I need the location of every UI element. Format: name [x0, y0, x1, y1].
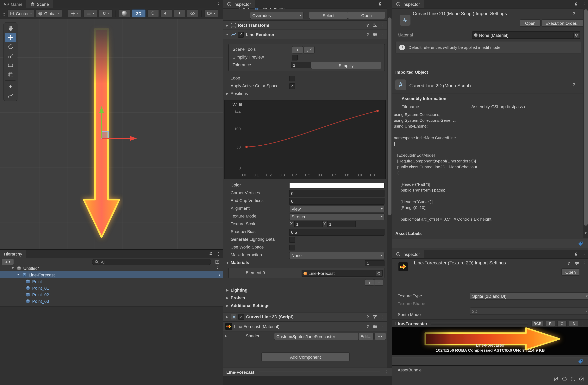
additional-settings-foldout-row[interactable]: ▶ Additional Settings: [223, 302, 387, 310]
color-gradient-field[interactable]: [289, 183, 384, 189]
hierarchy-row-child[interactable]: Point: [0, 278, 223, 285]
tool-settings-dropdown[interactable]: ▾: [68, 9, 82, 18]
materials-count-field[interactable]: 1: [365, 260, 384, 266]
channel-g-button[interactable]: G: [557, 321, 567, 327]
tab-scene[interactable]: Scene: [26, 0, 53, 8]
asset-label-tag-icon[interactable]: [578, 359, 583, 364]
add-material-button[interactable]: +: [365, 279, 374, 286]
scene-canvas[interactable]: +: [0, 19, 223, 249]
tolerance-field[interactable]: 1: [291, 62, 311, 68]
foldout-icon[interactable]: ▶: [226, 288, 230, 292]
shadow-bias-field[interactable]: 0.5: [289, 229, 384, 236]
hierarchy-search-input[interactable]: All: [92, 259, 211, 265]
channel-rgb-button[interactable]: RGB: [532, 321, 544, 327]
remove-material-button[interactable]: −: [374, 279, 383, 286]
move-tool-button[interactable]: [5, 33, 16, 42]
corner-vertices-field[interactable]: 0: [289, 190, 384, 197]
console-status-icon[interactable]: [579, 376, 585, 382]
presets-icon[interactable]: [373, 32, 377, 37]
shader-menu-button[interactable]: ≡▾: [375, 333, 386, 340]
help-icon[interactable]: ?: [366, 314, 369, 319]
alignment-dropdown[interactable]: View▾: [289, 206, 384, 213]
foldout-icon[interactable]: ▼: [11, 266, 15, 270]
grid-snap-dropdown[interactable]: ▾: [83, 9, 97, 18]
prefab-open-chevron-icon[interactable]: ›: [219, 272, 220, 278]
drag-handle[interactable]: [259, 371, 380, 373]
component-header-curved-line-script[interactable]: ▶ # ✓ Curved Line 2D (Script) ? ⋮: [223, 312, 387, 321]
add-tool-button[interactable]: +: [5, 82, 16, 91]
tab-hierarchy[interactable]: Hierarchy: [0, 250, 26, 258]
apply-color-space-checkbox[interactable]: ✓: [289, 83, 295, 89]
2d-mode-toggle[interactable]: 2D: [132, 9, 146, 18]
drag-handle[interactable]: [431, 322, 528, 324]
probes-foldout-row[interactable]: ▶ Probes: [223, 294, 387, 302]
simplify-button[interactable]: Simplify: [311, 62, 381, 69]
lock-open-icon[interactable]: [378, 2, 382, 6]
add-point-tool-button[interactable]: +: [292, 46, 303, 54]
add-component-button[interactable]: Add Component: [261, 352, 350, 361]
channel-b-button[interactable]: B: [569, 321, 578, 327]
help-icon[interactable]: ?: [366, 23, 369, 27]
gizmo-x-arrowhead[interactable]: [130, 136, 137, 141]
channel-r-button[interactable]: R: [546, 321, 555, 327]
snap-increment-dropdown[interactable]: ▾: [99, 9, 113, 18]
gizmo-plane-handle[interactable]: [102, 131, 108, 138]
orientation-dropdown[interactable]: Global ▾: [36, 9, 62, 18]
texture-preview-area[interactable]: Line-Forecaster 1024x256 RGBA Compressed…: [392, 327, 588, 355]
scrollbar-thumb[interactable]: [388, 18, 392, 215]
presets-icon[interactable]: [373, 314, 377, 319]
component-header-line-renderer[interactable]: ▼ ✓ Line Renderer ? ⋮: [223, 30, 387, 39]
inspector-menu-icon[interactable]: ⋮: [386, 2, 390, 6]
material-preview-bar[interactable]: Line-Forecast ⋮: [223, 367, 392, 376]
end-cap-vertices-field[interactable]: 0: [289, 198, 384, 205]
edit-curve-tool-button[interactable]: [303, 46, 315, 54]
texture-mode-dropdown[interactable]: Stretch▾: [289, 213, 384, 220]
transform-tool-button[interactable]: [5, 70, 16, 79]
preview-menu-icon[interactable]: ⋮: [581, 321, 585, 326]
object-picker-icon[interactable]: ⊙: [376, 271, 382, 276]
hierarchy-empty-area[interactable]: [0, 306, 223, 385]
component-menu-icon[interactable]: ⋮: [381, 32, 385, 37]
execution-order-button[interactable]: Execution Order...: [542, 19, 584, 27]
texture-type-dropdown[interactable]: Sprite (2D and UI)▾: [470, 292, 588, 300]
lock-icon[interactable]: [574, 252, 578, 256]
create-object-button[interactable]: + ▾: [1, 259, 14, 265]
tab-inspector[interactable]: Inspector: [223, 0, 255, 8]
foldout-icon[interactable]: ▶: [225, 23, 229, 27]
inspector-menu-icon[interactable]: ⋮: [582, 2, 587, 6]
help-icon[interactable]: ?: [366, 32, 369, 37]
scrollbar-thumb[interactable]: [584, 9, 588, 226]
shader-dropdown[interactable]: Custom/Sprites/LineForecaster▾: [274, 333, 364, 340]
scroll-down-icon[interactable]: ▼: [584, 232, 587, 235]
component-menu-icon[interactable]: ⋮: [381, 314, 385, 319]
scale-tool-button[interactable]: [5, 52, 16, 61]
inspector-scrollbar[interactable]: [387, 8, 392, 385]
camera-settings-dropdown[interactable]: ▾: [204, 9, 218, 18]
curve-key-end[interactable]: [376, 110, 379, 112]
materials-header-row[interactable]: ▼ Materials 1: [223, 259, 387, 268]
hierarchy-row-child[interactable]: Point_02: [0, 291, 223, 298]
overrides-dropdown[interactable]: Overrides▾: [250, 12, 303, 19]
select-button[interactable]: Select: [309, 12, 348, 19]
cloud-services-icon[interactable]: [562, 376, 567, 382]
foldout-icon[interactable]: ▶: [226, 92, 230, 95]
loop-checkbox[interactable]: [289, 76, 295, 81]
hierarchy-menu-icon[interactable]: ⋮: [216, 251, 221, 256]
open-prefab-button[interactable]: Open: [348, 12, 385, 19]
component-enabled-checkbox[interactable]: ✓: [238, 314, 244, 320]
asset-label-tag-icon[interactable]: [578, 241, 583, 246]
foldout-icon[interactable]: ▼: [226, 261, 230, 265]
presets-icon[interactable]: [373, 23, 377, 27]
default-material-object-field[interactable]: None (Material) ⊙: [472, 31, 580, 39]
open-script-button[interactable]: Open: [520, 19, 541, 27]
foldout-icon[interactable]: ▶: [224, 334, 228, 338]
edit-shader-button[interactable]: Edit...: [358, 333, 374, 340]
foldout-icon[interactable]: ▶: [225, 315, 229, 319]
rotate-tool-button[interactable]: [5, 42, 16, 51]
component-header-rect-transform[interactable]: ▶ Rect Transform ? ⋮: [223, 21, 387, 30]
scene-audio-toggle[interactable]: [161, 9, 172, 18]
width-curve-line[interactable]: [247, 111, 378, 147]
inspector-menu-icon[interactable]: ⋮: [582, 252, 587, 257]
background-progress-icon[interactable]: [570, 376, 576, 382]
foldout-icon[interactable]: ▶: [226, 304, 230, 307]
